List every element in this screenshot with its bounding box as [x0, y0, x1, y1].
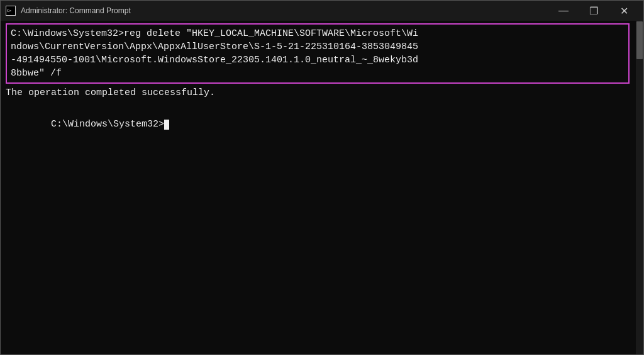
prompt-line: C:\Windows\System32> — [6, 104, 630, 144]
prompt-text: C:\Windows\System32> — [51, 119, 164, 130]
scrollbar[interactable] — [636, 21, 643, 354]
close-button[interactable]: ✕ — [609, 1, 638, 21]
command-block: C:\Windows\System32>reg delete "HKEY_LOC… — [6, 23, 630, 84]
terminal-content: C:\Windows\System32>reg delete "HKEY_LOC… — [6, 23, 638, 144]
output-line: The operation completed successfully. — [6, 86, 630, 99]
maximize-button[interactable]: ❐ — [579, 1, 608, 21]
terminal-body[interactable]: C:\Windows\System32>reg delete "HKEY_LOC… — [1, 21, 643, 354]
command-line-4: 8bbwe" /f — [11, 67, 625, 80]
cmd-icon — [6, 6, 16, 16]
minimize-button[interactable]: — — [549, 1, 578, 21]
cursor — [164, 120, 169, 130]
command-line-1: C:\Windows\System32>reg delete "HKEY_LOC… — [11, 27, 625, 40]
window-title: Administrator: Command Prompt — [21, 6, 131, 15]
title-bar: Administrator: Command Prompt — ❐ ✕ — [1, 1, 643, 21]
command-line-2: ndows\CurrentVersion\Appx\AppxAllUserSto… — [11, 40, 625, 54]
title-bar-left: Administrator: Command Prompt — [6, 6, 131, 16]
command-prompt-window: Administrator: Command Prompt — ❐ ✕ C:\W… — [0, 0, 644, 355]
window-controls: — ❐ ✕ — [549, 1, 638, 21]
scrollbar-thumb[interactable] — [636, 21, 643, 59]
command-line-3: -491494550-1001\Microsoft.WindowsStore_2… — [11, 54, 625, 67]
